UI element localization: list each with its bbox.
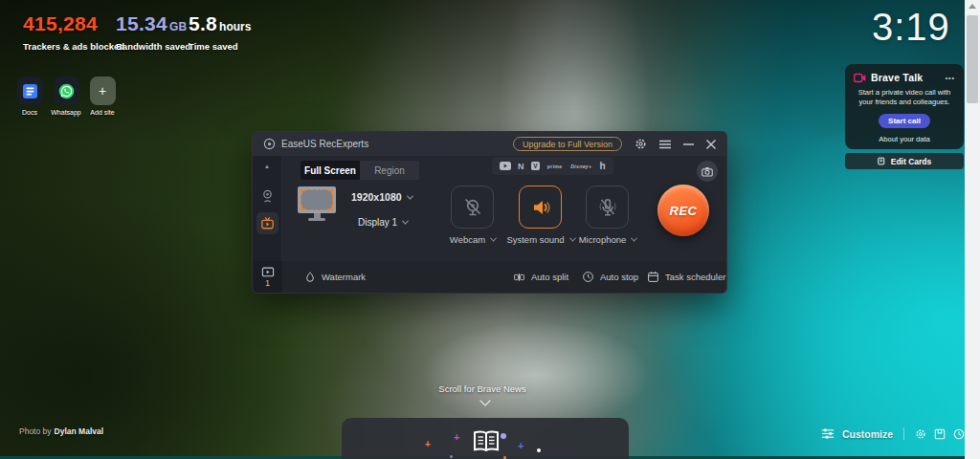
rec-button[interactable]: REC [657, 185, 709, 236]
display-dropdown[interactable]: Display 1 [358, 217, 408, 228]
shortcut-label: Add site [90, 109, 114, 116]
tab-full-screen[interactable]: Full Screen [301, 161, 360, 180]
sparkle-icon: + [425, 440, 431, 449]
auto-stop-clock-icon [582, 271, 594, 283]
watermark-button[interactable]: Watermark [304, 261, 366, 293]
screenshot-camera-button[interactable] [697, 161, 718, 182]
customize-sliders-icon[interactable] [821, 427, 835, 440]
upgrade-button[interactable]: Upgrade to Full Version [513, 137, 622, 151]
webcam-toggle-button[interactable] [451, 186, 494, 229]
scrollbar-thumb[interactable] [967, 15, 978, 103]
disney-plus-icon[interactable]: Disney+ [570, 164, 591, 168]
settings-gear-icon[interactable] [635, 138, 647, 150]
add-site-tile[interactable]: + [90, 76, 116, 105]
stat-bandwidth-value: 15.34 [116, 12, 167, 34]
shortcut-label: Docs [22, 109, 37, 116]
netflix-icon[interactable]: N [518, 162, 524, 171]
recordings-folder-icon [261, 266, 275, 277]
shortcut-whatsapp: Whatsapp [48, 76, 84, 116]
saved-items-icon[interactable] [934, 428, 946, 440]
scrollbar[interactable] [965, 0, 980, 459]
plus-icon: + [99, 84, 106, 98]
recexperts-footer: 1 Watermark Auto split [253, 261, 726, 293]
recordings-list-button[interactable]: 1 [253, 261, 282, 293]
watermark-label: Watermark [322, 272, 366, 282]
card-menu-button[interactable]: ••• [946, 75, 955, 81]
shortcut-docs: Docs [11, 76, 48, 116]
photo-credit: Photo byDylan Malval [19, 426, 103, 436]
speaker-on-icon [529, 196, 552, 219]
microphone-label: Microphone [579, 234, 627, 245]
docs-tile[interactable] [17, 76, 43, 105]
webcam-off-icon [461, 196, 484, 219]
recexperts-sidebar: ▲ [253, 156, 282, 263]
webcam-label: Webcam [450, 234, 485, 245]
photo-author-link[interactable]: Dylan Malval [55, 426, 104, 436]
recexperts-titlebar: EaseUS RecExperts Upgrade to Full Versio… [253, 132, 726, 156]
prime-video-icon[interactable]: prime [546, 164, 562, 168]
stat-time-unit: hours [219, 20, 251, 33]
divider [903, 427, 904, 440]
chevron-down-icon [402, 218, 409, 225]
whatsapp-icon [58, 83, 75, 99]
streaming-services-bar: N V prime Disney+ h [492, 157, 613, 175]
scroll-for-news-hint: Scroll for Brave News [0, 383, 965, 394]
system-sound-label: System sound [506, 234, 564, 245]
shortcut-add-site: + Add site [84, 76, 121, 116]
stat-trackers-value: 415,284 [23, 12, 124, 35]
brave-talk-description: Start a private video call with your fri… [845, 88, 964, 108]
stat-bandwidth-label: Bandwidth saved [116, 41, 190, 52]
capture-mode-tabs: Full Screen Region [301, 161, 419, 180]
video-call-icon [854, 73, 866, 83]
customize-button[interactable]: Customize [842, 428, 893, 440]
vimeo-icon[interactable]: V [531, 162, 540, 170]
stat-time-value: 5.8 [189, 12, 217, 34]
rec-label: REC [670, 204, 698, 218]
resolution-dropdown[interactable]: 1920x1080 [351, 191, 412, 203]
stat-bandwidth-unit: GB [169, 20, 187, 33]
system-sound-toggle-button[interactable] [519, 186, 562, 229]
sparkle-icon: + [454, 432, 459, 443]
resolution-value: 1920x1080 [351, 191, 402, 203]
stat-trackers-label: Trackers & ads blocked [23, 41, 124, 52]
clock: 3:19 [872, 6, 950, 49]
bottom-right-controls: Customize [821, 427, 980, 440]
start-call-button[interactable]: Start call [879, 114, 930, 128]
auto-stop-label: Auto stop [600, 272, 638, 282]
edit-icon [878, 157, 886, 165]
chevron-down-icon [631, 235, 637, 242]
sidebar-screen-record-mode[interactable] [256, 212, 278, 234]
stat-bandwidth-saved: 15.34GB Bandwidth saved [116, 12, 190, 52]
microphone-toggle-button[interactable] [586, 186, 629, 229]
scrollbar-up-arrow[interactable] [969, 4, 976, 9]
auto-split-button[interactable]: Auto split [513, 261, 568, 293]
history-clock-icon[interactable] [953, 428, 965, 440]
microphone-dropdown[interactable]: Microphone [560, 234, 656, 245]
about-your-data-link[interactable]: About your data [845, 135, 964, 143]
shortcut-label: Whatsapp [51, 109, 81, 116]
youtube-icon[interactable] [500, 162, 511, 170]
minimize-icon[interactable] [683, 140, 694, 149]
display-preview [298, 186, 336, 221]
edit-cards-button[interactable]: Edit Cards [845, 153, 964, 169]
close-icon[interactable] [706, 140, 716, 149]
tab-region[interactable]: Region [360, 161, 419, 180]
auto-split-label: Auto split [531, 272, 568, 282]
news-settings-gear-icon[interactable] [915, 428, 926, 440]
sidebar-webcam-mode-icon[interactable] [260, 188, 275, 208]
whatsapp-tile[interactable] [54, 76, 79, 105]
auto-stop-button[interactable]: Auto stop [582, 261, 638, 293]
stat-time-label: Time saved [189, 41, 251, 52]
recexperts-window: EaseUS RecExperts Upgrade to Full Versio… [252, 131, 727, 294]
task-scheduler-button[interactable]: Task scheduler [647, 261, 725, 293]
collapse-arrow-icon[interactable]: ▲ [253, 164, 281, 169]
sparkle-icon: + [518, 441, 523, 451]
chevron-down-icon [407, 192, 413, 199]
stat-trackers-blocked: 415,284 Trackers & ads blocked [23, 12, 124, 52]
brave-new-tab-page: 415,284 Trackers & ads blocked 15.34GB B… [0, 0, 980, 459]
auto-split-icon [513, 272, 525, 283]
sparkle-dot [537, 448, 541, 452]
tv-record-icon [260, 216, 275, 230]
menu-icon[interactable] [659, 140, 671, 149]
hulu-icon[interactable]: h [599, 161, 605, 171]
